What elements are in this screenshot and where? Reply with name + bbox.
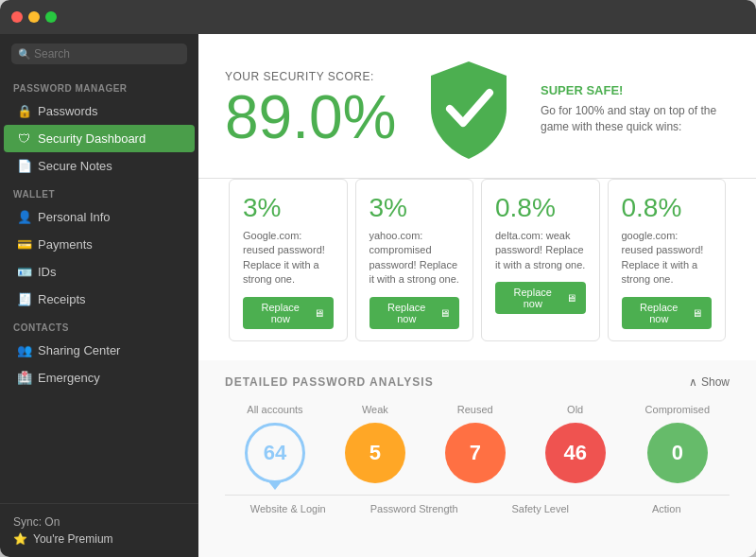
- maximize-button[interactable]: [45, 11, 57, 23]
- score-right: SUPER SAFE! Go for 100% and stay on top …: [541, 83, 730, 135]
- id-icon: 🪪: [17, 265, 30, 279]
- main-content: YOUR SECURITY SCORE: 89.0% SUPER SAFE! G…: [198, 34, 756, 557]
- circle-label: Reused: [457, 404, 493, 415]
- sidebar-item-label: Sharing Center: [38, 343, 120, 357]
- circle-label: Weak: [362, 404, 388, 415]
- monitor-icon: 🖥: [314, 307, 324, 319]
- note-icon: 📄: [17, 159, 30, 173]
- sidebar-item-ids[interactable]: 🪪 IDs: [4, 258, 195, 286]
- sidebar-bottom: Sync: On ⭐ You're Premium: [0, 503, 198, 557]
- show-label: Show: [701, 375, 730, 389]
- replace-now-button-0[interactable]: Replace now 🖥: [243, 297, 334, 329]
- sidebar-item-label: Passwords: [38, 104, 98, 118]
- replace-now-button-3[interactable]: Replace now 🖥: [622, 297, 713, 329]
- replace-now-button-2[interactable]: Replace now 🖥: [495, 282, 586, 314]
- shield-area: [396, 57, 541, 161]
- btn-label: Replace now: [505, 287, 561, 309]
- btn-label: Replace now: [631, 302, 688, 324]
- show-button[interactable]: ∧ Show: [689, 375, 730, 389]
- sidebar-item-passwords[interactable]: 🔒 Passwords: [4, 97, 195, 125]
- shield-graphic: [421, 57, 516, 161]
- score-value: 89.0%: [225, 87, 396, 148]
- sync-status: Sync: On: [13, 515, 185, 529]
- receipt-icon: 🧾: [17, 292, 30, 306]
- sidebar-item-label: IDs: [38, 265, 57, 279]
- app-window: 🔍 PASSWORD MANAGER 🔒 Passwords 🛡 Securit…: [0, 0, 756, 557]
- col-action: Action: [604, 503, 730, 514]
- section-label-password-manager: PASSWORD MANAGER: [0, 74, 198, 97]
- score-label: YOUR SECURITY SCORE:: [225, 70, 396, 83]
- card-0: 3% Google.com: reused password! Replace …: [229, 179, 348, 341]
- circle-label: Compromised: [645, 404, 710, 415]
- traffic-lights: [11, 11, 57, 23]
- search-input[interactable]: [11, 44, 187, 64]
- card-percent: 0.8%: [495, 193, 586, 223]
- sidebar-item-sharing-center[interactable]: 👥 Sharing Center: [4, 337, 195, 364]
- super-safe-desc: Go for 100% and stay on top of the game …: [541, 103, 730, 135]
- replace-now-button-1[interactable]: Replace now 🖥: [369, 297, 460, 329]
- card-desc: delta.com: weak password! Replace it wit…: [495, 229, 586, 272]
- btn-label: Replace now: [252, 302, 309, 324]
- card-3: 0.8% google.com: reused password! Replac…: [608, 179, 727, 341]
- analysis-section: DETAILED PASSWORD ANALYSIS ∧ Show All ac…: [198, 360, 756, 557]
- app-body: 🔍 PASSWORD MANAGER 🔒 Passwords 🛡 Securit…: [0, 34, 756, 557]
- sidebar-item-emergency[interactable]: 🏥 Emergency: [4, 364, 195, 392]
- circle-value: 5: [345, 423, 405, 483]
- shield-icon: 🛡: [17, 131, 30, 146]
- circle-old: Old 46: [545, 404, 606, 483]
- circle-value: 64: [245, 423, 305, 483]
- sidebar-item-label: Payments: [38, 237, 93, 252]
- premium-label: You're Premium: [33, 532, 113, 546]
- section-label-contacts: CONTACTS: [0, 313, 198, 337]
- search-bar: 🔍: [0, 34, 198, 74]
- sidebar-item-label: Receipts: [38, 292, 86, 306]
- sidebar-item-receipts[interactable]: 🧾 Receipts: [4, 286, 195, 313]
- col-password-strength: Password Strength: [352, 503, 478, 514]
- card-desc: Google.com: reused password! Replace it …: [243, 229, 334, 287]
- circle-value: 0: [647, 423, 708, 483]
- sidebar-item-security-dashboard[interactable]: 🛡 Security Dashboard: [4, 125, 195, 152]
- chevron-up-icon: ∧: [689, 375, 697, 389]
- sidebar-item-label: Personal Info: [38, 210, 111, 224]
- sidebar-item-secure-notes[interactable]: 📄 Secure Notes: [4, 152, 195, 180]
- score-left: YOUR SECURITY SCORE: 89.0%: [225, 70, 396, 148]
- circle-value: 46: [545, 423, 606, 483]
- score-section: YOUR SECURITY SCORE: 89.0% SUPER SAFE! G…: [225, 57, 730, 161]
- card-2: 0.8% delta.com: weak password! Replace i…: [481, 179, 600, 341]
- circle-weak: Weak 5: [345, 404, 405, 483]
- emergency-icon: 🏥: [17, 371, 30, 385]
- monitor-icon: 🖥: [439, 307, 450, 319]
- card-desc: yahoo.com: compromised password! Replace…: [369, 229, 460, 287]
- card-desc: google.com: reused password! Replace it …: [622, 229, 713, 287]
- star-icon: ⭐: [13, 532, 27, 546]
- circle-reused: Reused 7: [445, 404, 506, 483]
- sidebar-item-label: Secure Notes: [38, 159, 112, 173]
- card-percent: 0.8%: [622, 193, 713, 223]
- super-safe-label: SUPER SAFE!: [541, 83, 730, 97]
- col-website-login: Website & Login: [225, 503, 352, 514]
- card-percent: 3%: [369, 193, 460, 223]
- minimize-button[interactable]: [28, 11, 40, 23]
- card-1: 3% yahoo.com: compromised password! Repl…: [355, 179, 474, 341]
- circle-label: All accounts: [247, 404, 302, 415]
- search-icon: 🔍: [18, 48, 31, 61]
- analysis-title: DETAILED PASSWORD ANALYSIS: [225, 375, 434, 389]
- card-icon: 💳: [17, 237, 30, 252]
- sidebar-item-personal-info[interactable]: 👤 Personal Info: [4, 203, 195, 231]
- person-icon: 👤: [17, 210, 30, 224]
- section-label-wallet: WALLET: [0, 180, 198, 203]
- analysis-header: DETAILED PASSWORD ANALYSIS ∧ Show: [225, 375, 730, 389]
- circle-label: Old: [567, 404, 583, 415]
- titlebar: [0, 0, 756, 34]
- btn-label: Replace now: [379, 302, 436, 324]
- sidebar-item-payments[interactable]: 💳 Payments: [4, 231, 195, 258]
- sharing-icon: 👥: [17, 343, 30, 357]
- monitor-icon: 🖥: [566, 292, 576, 304]
- table-header-row: Website & Login Password Strength Safety…: [225, 495, 730, 514]
- main-top: YOUR SECURITY SCORE: 89.0% SUPER SAFE! G…: [198, 34, 756, 179]
- circles-row: All accounts 64 Weak 5 Reused: [225, 404, 730, 483]
- card-percent: 3%: [243, 193, 334, 223]
- close-button[interactable]: [11, 11, 23, 23]
- circle-compromised: Compromised 0: [645, 404, 710, 483]
- circle-all-accounts: All accounts 64: [245, 404, 305, 483]
